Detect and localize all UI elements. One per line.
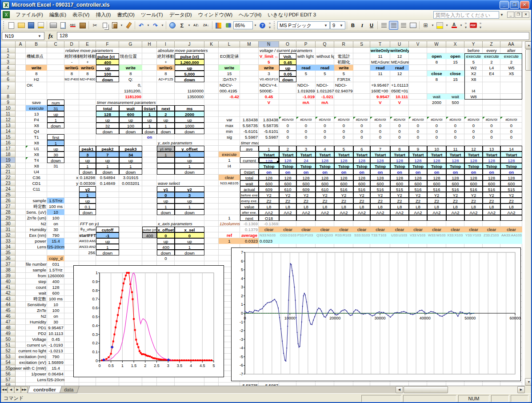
cell-B7[interactable]: OK (26, 82, 47, 94)
cell-Z29[interactable] (483, 215, 500, 221)
cell-S21[interactable]: on (353, 169, 370, 175)
cell-P19[interactable]: 24 (296, 157, 316, 163)
cell-O20[interactable]: Tstop (279, 163, 296, 169)
cell-Y22[interactable]: 128 (464, 175, 483, 180)
cell-B9[interactable]: save (26, 100, 47, 105)
cell-Z33[interactable] (483, 238, 500, 244)
cell-X19[interactable]: 128 (446, 157, 464, 163)
undo-icon[interactable]: ↶ (136, 21, 146, 30)
cell-T25[interactable]: Y2 (370, 192, 390, 198)
cell-E30[interactable]: FFT on y1 (79, 221, 99, 227)
tab-next-icon[interactable]: ▶ (14, 387, 21, 393)
cell-T22[interactable]: 128 (370, 175, 390, 180)
merge-center-icon[interactable] (408, 21, 418, 30)
cell-G17[interactable]: peak3 (119, 146, 142, 152)
cell-M16[interactable]: timer mea (240, 140, 259, 146)
cell-T12[interactable]: #DIV/0! (370, 117, 390, 123)
cell-F35[interactable]: down (96, 250, 119, 255)
cell-Y5[interactable]: X2 (464, 71, 483, 76)
cell-I28[interactable]: down (157, 209, 175, 215)
cell-F13[interactable]: 32 (96, 123, 119, 128)
cell-L13[interactable]: max (219, 123, 240, 128)
cell-G23[interactable]: 0.003201 (119, 180, 142, 186)
cell-C26[interactable]: 1.5THz (47, 198, 64, 203)
cell-P21[interactable]: on (296, 169, 316, 175)
cell-N58[interactable]: 5.5987 (259, 383, 279, 386)
scroll-up-icon[interactable]: ▲ (525, 41, 532, 49)
cell-W5[interactable]: close (427, 71, 446, 76)
cell-I1[interactable]: absolute move parameters (157, 48, 208, 53)
menu-item-9[interactable]: ヘルプ(H) (236, 10, 264, 20)
cell-T29[interactable] (370, 215, 390, 221)
cell-E18[interactable]: 3 (79, 152, 96, 157)
cell-Q31[interactable]: clear (316, 227, 334, 232)
minimize-button[interactable]: _ (500, 1, 509, 9)
column-header-N[interactable]: N (259, 41, 279, 48)
cell-P33[interactable] (296, 238, 316, 244)
cell-I33[interactable]: up (157, 238, 175, 244)
cell-B14[interactable]: Q4 (26, 128, 47, 134)
row-header-33[interactable]: 33 (1, 238, 16, 244)
cell-B53[interactable]: excitation (nm) (19, 354, 47, 359)
cell-B47[interactable]: Humidity (26, 319, 47, 325)
cell-U15[interactable]: 0 (390, 134, 409, 140)
row-header-24[interactable]: 24 (1, 186, 16, 192)
cell-B17[interactable]: U1 (26, 146, 47, 152)
cell-W19[interactable]: 128 (427, 157, 446, 163)
cell-R23[interactable]: 600 (334, 180, 353, 186)
cell-E34[interactable]: AN33:AN28 (79, 244, 96, 250)
cell-O23[interactable]: 600 (279, 180, 296, 186)
cell-T19[interactable]: 128 (370, 157, 390, 163)
sort-ascending-icon[interactable]: AZ↓ (192, 21, 201, 30)
cell-Q4[interactable]: read (316, 65, 334, 71)
cell-Z2[interactable]: execute (483, 53, 500, 59)
cell-U33[interactable] (390, 238, 409, 244)
cell-N21[interactable]: on (259, 169, 279, 175)
cell-Z3[interactable]: 2 (483, 59, 500, 65)
cell-X29[interactable] (446, 215, 464, 221)
cell-J17[interactable]: y_offset (175, 146, 204, 152)
cell-J35[interactable]: down (175, 250, 204, 255)
cell-F21[interactable]: down (96, 169, 119, 175)
cell-G10[interactable]: wait (119, 105, 142, 111)
cell-Y32[interactable]: Y33:Y103 (464, 232, 483, 238)
cell-T23[interactable]: 600 (370, 180, 390, 186)
cell-N5[interactable]: 3 (259, 71, 279, 76)
cell-B31[interactable]: Humidity (26, 227, 47, 232)
column-header-V[interactable]: V (409, 41, 427, 48)
cell-C31[interactable]: 30 (47, 227, 64, 232)
pdf-overflow-icon[interactable]: »▾ (478, 21, 483, 29)
cell-C34[interactable]: f25-20cm (47, 244, 64, 250)
cell-V14[interactable]: 0 (409, 128, 427, 134)
cell-W13[interactable]: 0 (427, 123, 446, 128)
cell-Y3[interactable]: 5 (464, 59, 483, 65)
chart-wizard-icon[interactable] (214, 21, 223, 30)
cell-G18[interactable]: 34 (119, 152, 142, 157)
open-icon[interactable] (16, 21, 26, 30)
cell-AA17[interactable]: 14 (500, 146, 522, 152)
cell-R29[interactable] (334, 215, 353, 221)
cell-V13[interactable]: 0 (409, 123, 427, 128)
column-header-U[interactable]: U (390, 41, 409, 48)
cell-O5[interactable]: 0.05 (279, 71, 296, 76)
cell-C16[interactable]: 1 (47, 140, 64, 146)
cell-P24[interactable]: 609 (296, 186, 316, 192)
cell-T32[interactable]: T33:T103 (370, 232, 390, 238)
cell-O6[interactable]: down (279, 76, 296, 82)
vertical-scroll-thumb[interactable] (525, 49, 532, 71)
cell-X3[interactable]: 15 (446, 59, 464, 65)
cell-I27[interactable]: 1 (157, 203, 175, 209)
cell-E35[interactable]: 256 (79, 250, 96, 255)
cell-T27[interactable]: L8 (370, 203, 390, 209)
row-header-14[interactable]: 14 (1, 128, 16, 134)
cell-Q7[interactable]: NDCI- 1.021267 (316, 82, 334, 94)
row-header-26[interactable]: 26 (1, 198, 16, 203)
row-header-25[interactable]: 25 (1, 192, 16, 198)
cell-P12[interactable]: #DIV/0! (296, 117, 316, 123)
cell-Y2[interactable]: execute (464, 53, 483, 59)
cell-I23[interactable]: wave select (157, 180, 180, 186)
row-header-53[interactable]: 53 (1, 354, 16, 359)
menu-item-7[interactable]: データ(D) (166, 10, 195, 20)
cell-C10[interactable]: 31 (47, 105, 64, 111)
cell-P7[interactable]: NDCI- 1.019269 (296, 82, 316, 94)
